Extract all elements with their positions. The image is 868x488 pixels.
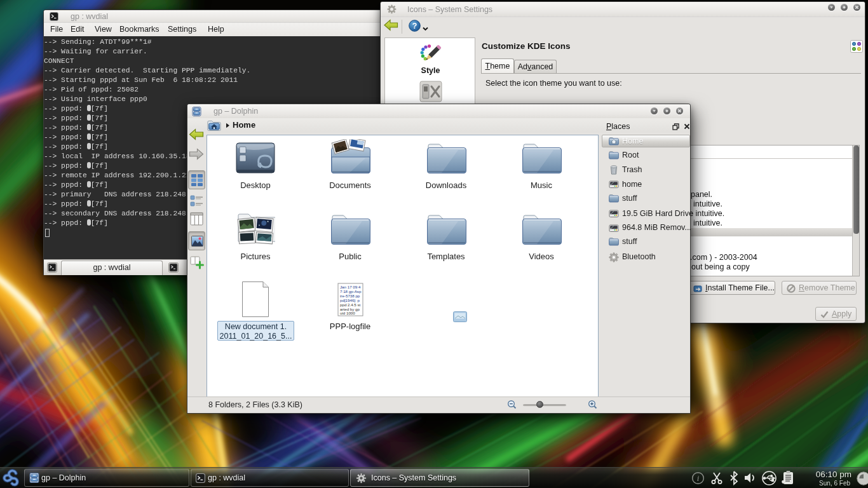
svg-text:7:18 gp-Asp: 7:18 gp-Asp	[340, 289, 362, 294]
svg-text:Jan 17 09:4: Jan 17 09:4	[340, 285, 361, 289]
svg-text:pd[1946]: p: pd[1946]: p	[340, 298, 360, 302]
svg-text:ppd 2.4.5 st: ppd 2.4.5 st	[340, 302, 361, 307]
svg-text:i: i	[697, 473, 700, 483]
svg-text:ire-5738 pp: ire-5738 pp	[340, 294, 360, 298]
svg-text:uid 1000: uid 1000	[340, 311, 355, 315]
svg-text:?: ?	[412, 22, 417, 30]
